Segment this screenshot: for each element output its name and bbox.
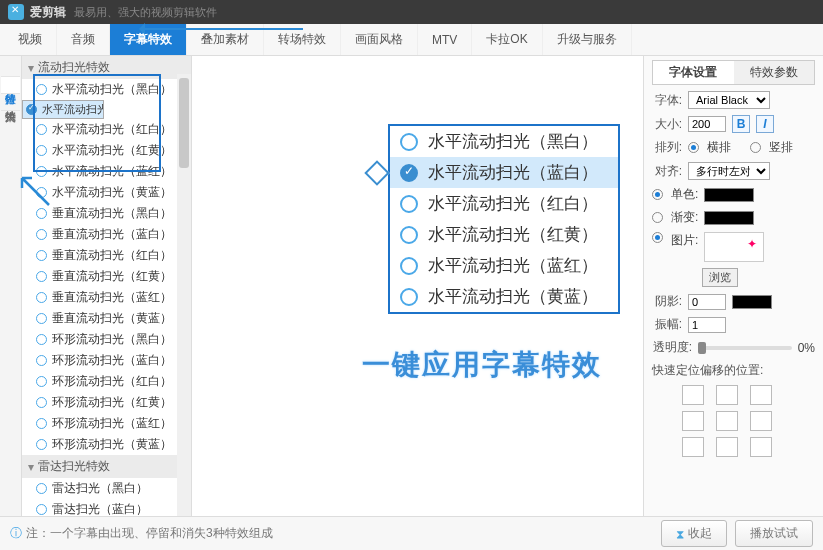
radio-solid[interactable] — [652, 189, 663, 200]
anchor-tr[interactable] — [750, 385, 772, 405]
list-item-label: 垂直流动扫光（红白） — [52, 247, 172, 264]
list-item[interactable]: 环形流动扫光（黑白） — [22, 329, 191, 350]
italic-button[interactable]: I — [756, 115, 774, 133]
list-item-label: 水平流动扫光（红白） — [428, 192, 598, 215]
vtab-disappear[interactable]: 消失特效 — [1, 94, 20, 111]
tab-font-settings[interactable]: 字体设置 — [653, 61, 734, 84]
vtab-appear[interactable]: 出现特效 — [1, 60, 20, 77]
list-item[interactable]: 水平流动扫光（黄蓝） — [390, 281, 618, 312]
anchor-mr[interactable] — [750, 411, 772, 431]
anchor-mc[interactable] — [716, 411, 738, 431]
shadow-input[interactable] — [688, 294, 726, 310]
list-item[interactable]: 垂直流动扫光（红白） — [22, 245, 191, 266]
opacity-label: 透明度: — [652, 339, 692, 356]
list-item[interactable]: 水平流动扫光（红白） — [22, 119, 191, 140]
list-item[interactable]: 水平流动扫光（蓝红） — [390, 250, 618, 281]
solid-color-chip[interactable] — [704, 188, 754, 202]
font-select[interactable]: Arial Black — [688, 91, 770, 109]
list-item-label: 雷达扫光（黑白） — [52, 480, 148, 497]
list-item-label: 水平流动扫光（蓝红） — [428, 254, 598, 277]
tab-video[interactable]: 视频 — [4, 24, 57, 55]
vtab-stay[interactable]: 停留特效 — [1, 77, 20, 94]
tab-karaoke[interactable]: 卡拉OK — [472, 24, 542, 55]
shadow-color-chip[interactable] — [732, 295, 772, 309]
app-subtitle: 最易用、强大的视频剪辑软件 — [74, 5, 217, 20]
size-input[interactable] — [688, 116, 726, 132]
list-item[interactable]: 水平流动扫光（黑白） — [390, 126, 618, 157]
amp-input[interactable] — [688, 317, 726, 333]
anchor-br[interactable] — [750, 437, 772, 457]
list-item[interactable]: 水平流动扫光（红黄） — [22, 140, 191, 161]
radio-circle-icon — [36, 439, 47, 450]
radio-circle-icon — [400, 226, 418, 244]
list-item[interactable]: 垂直流动扫光（蓝红） — [22, 287, 191, 308]
list-item-label: 垂直流动扫光（红黄） — [52, 268, 172, 285]
collapse-button[interactable]: ⧗收起 — [661, 520, 727, 547]
radio-image[interactable] — [652, 232, 663, 243]
radio-circle-icon — [400, 288, 418, 306]
list-item-label: 垂直流动扫光（黄蓝） — [52, 310, 172, 327]
list-item[interactable]: 环形流动扫光（蓝白） — [22, 350, 191, 371]
annotation-arrow-horizontal — [143, 28, 303, 30]
radio-circle-icon — [36, 145, 47, 156]
font-label: 字体: — [652, 92, 682, 109]
radio-circle-icon — [400, 133, 418, 151]
anchor-tc[interactable] — [716, 385, 738, 405]
anchor-bc[interactable] — [716, 437, 738, 457]
anchor-bl[interactable] — [682, 437, 704, 457]
list-item[interactable]: 水平流动扫光（蓝白） — [390, 157, 618, 188]
footer: ⓘ 注：一个字幕由出现、停留和消失3种特效组成 ⧗收起 播放试试 — [0, 516, 823, 550]
right-tabs: 字体设置 特效参数 — [652, 60, 815, 85]
tab-mtv[interactable]: MTV — [418, 24, 472, 55]
list-item[interactable]: 环形流动扫光（红黄） — [22, 392, 191, 413]
list-item[interactable]: 垂直流动扫光（蓝白） — [22, 224, 191, 245]
list-item[interactable]: 垂直流动扫光（红黄） — [22, 266, 191, 287]
tab-style[interactable]: 画面风格 — [341, 24, 418, 55]
list-item[interactable]: 垂直流动扫光（黄蓝） — [22, 308, 191, 329]
radio-horizontal[interactable] — [688, 142, 699, 153]
size-label: 大小: — [652, 116, 682, 133]
radio-gradient[interactable] — [652, 212, 663, 223]
list-item[interactable]: 环形流动扫光（红白） — [22, 371, 191, 392]
anchor-ml[interactable] — [682, 411, 704, 431]
hourglass-icon: ⧗ — [676, 527, 684, 541]
list-item[interactable]: 水平流动扫光（红白） — [390, 188, 618, 219]
opacity-value: 0% — [798, 341, 815, 355]
list-item[interactable]: 雷达扫光（黑白） — [22, 478, 191, 499]
radio-circle-icon — [36, 271, 47, 282]
bold-button[interactable]: B — [732, 115, 750, 133]
radio-circle-icon — [36, 313, 47, 324]
list-item-label: 水平流动扫光（黄蓝） — [428, 285, 598, 308]
list-item[interactable]: 环形流动扫光（蓝红） — [22, 413, 191, 434]
radio-circle-icon — [400, 257, 418, 275]
anchor-label: 快速定位偏移的位置: — [652, 362, 815, 379]
radio-vertical[interactable] — [750, 142, 761, 153]
play-preview-button[interactable]: 播放试试 — [735, 520, 813, 547]
scrollbar-thumb[interactable] — [179, 78, 189, 168]
list-item[interactable]: 水平流动扫光（红黄） — [390, 219, 618, 250]
list-item[interactable]: 雷达扫光（蓝白） — [22, 499, 191, 516]
group-header-radar[interactable]: ▾雷达扫光特效 — [22, 455, 191, 478]
image-preview — [704, 232, 764, 262]
group-header-flow[interactable]: ▾流动扫光特效 — [22, 56, 191, 79]
tab-audio[interactable]: 音频 — [57, 24, 110, 55]
list-item-label: 水平流动扫光（红黄） — [52, 142, 172, 159]
list-item-label: 水平流动扫光（黄蓝） — [52, 184, 172, 201]
list-item[interactable]: 环形流动扫光（黄蓝） — [22, 434, 191, 455]
radio-circle-icon — [36, 124, 47, 135]
anchor-tl[interactable] — [682, 385, 704, 405]
tab-fx-params[interactable]: 特效参数 — [734, 61, 815, 84]
browse-button[interactable]: 浏览 — [702, 268, 738, 287]
list-item[interactable]: 水平流动扫光（蓝白） — [22, 100, 104, 119]
footer-note: 注：一个字幕由出现、停留和消失3种特效组成 — [26, 525, 273, 542]
annotation-diamond-icon — [364, 160, 389, 185]
shadow-label: 阴影: — [652, 293, 682, 310]
scrollbar[interactable] — [177, 74, 191, 516]
gradient-color-chip[interactable] — [704, 211, 754, 225]
list-item[interactable]: 水平流动扫光（黑白） — [22, 79, 191, 100]
radio-circle-icon — [400, 164, 418, 182]
opacity-slider[interactable] — [698, 346, 792, 350]
list-item-label: 水平流动扫光（黑白） — [52, 81, 172, 98]
align-select[interactable]: 多行时左对齐 — [688, 162, 770, 180]
tab-upgrade[interactable]: 升级与服务 — [543, 24, 632, 55]
